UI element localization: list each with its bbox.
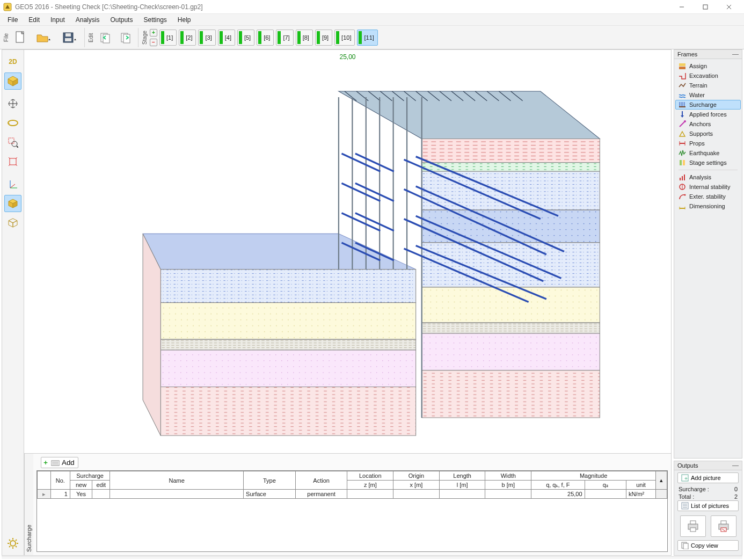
outputs-minimize-icon[interactable]: — <box>732 462 739 469</box>
stage-button-3[interactable]: [3] <box>198 30 215 46</box>
col-no[interactable]: No. <box>50 471 70 490</box>
stage-button-2[interactable]: [2] <box>179 30 196 46</box>
svg-rect-153 <box>721 521 726 524</box>
svg-rect-151 <box>690 528 696 532</box>
list-pictures-button[interactable]: List of pictures <box>677 500 739 511</box>
frame-item-exter-stability[interactable]: Exter. stability <box>675 192 741 201</box>
col-loc2[interactable]: z [m] <box>347 481 393 490</box>
frames-minimize-icon[interactable]: — <box>732 50 739 58</box>
col-length[interactable]: Length <box>439 471 485 481</box>
frame-item-terrain[interactable]: Terrain <box>675 81 741 90</box>
svg-marker-85 <box>161 270 415 303</box>
svg-rect-132 <box>680 160 682 165</box>
frame-item-supports[interactable]: Supports <box>675 129 741 139</box>
col-width[interactable]: Width <box>485 471 531 481</box>
stage-button-9[interactable]: [9] <box>315 30 332 46</box>
add-surcharge-button[interactable]: ＋ Add <box>41 457 78 468</box>
frame-item-dimensioning[interactable]: Dimensioning <box>675 201 741 211</box>
col-magnitude[interactable]: Magnitude <box>531 471 656 481</box>
frame-item-anchors[interactable]: Anchors <box>675 119 741 129</box>
col-unit[interactable]: unit <box>626 481 655 490</box>
col-new[interactable]: new <box>70 481 92 490</box>
col-type[interactable]: Type <box>244 471 296 490</box>
col-location[interactable]: Location <box>347 471 393 481</box>
copy-view-button[interactable]: Copy view <box>677 540 739 551</box>
stage-button-8[interactable]: [8] <box>296 30 313 46</box>
stage-button-5[interactable]: [5] <box>237 30 254 46</box>
anchor-icon <box>679 120 686 128</box>
viewport-3d[interactable]: 25,00 <box>24 50 671 453</box>
view-3d-button[interactable] <box>4 72 21 90</box>
print-color-button[interactable] <box>711 515 736 537</box>
stage-button-6[interactable]: [6] <box>257 30 274 46</box>
bottom-panel-tab[interactable]: Surcharge <box>24 454 33 555</box>
col-name[interactable]: Name <box>110 471 244 490</box>
surcharge-table[interactable]: No. Surcharge Name Type Action Location … <box>37 470 668 552</box>
col-mag2[interactable]: q₂ <box>585 481 626 490</box>
frame-item-analysis[interactable]: Analysis <box>675 172 741 182</box>
menu-file[interactable]: File <box>2 14 23 25</box>
view-2d-button[interactable]: 2D <box>4 53 21 70</box>
stage-button-7[interactable]: [7] <box>276 30 293 46</box>
pan-button[interactable] <box>4 95 21 112</box>
earthquake-icon <box>679 149 686 157</box>
settings-gear-button[interactable] <box>4 535 21 552</box>
col-action[interactable]: Action <box>295 471 347 490</box>
svg-line-38 <box>9 540 10 541</box>
col-len2[interactable]: l [m] <box>439 481 485 490</box>
stage-button-1[interactable]: [1] <box>159 30 177 46</box>
zoom-window-button[interactable] <box>4 134 21 151</box>
menu-input[interactable]: Input <box>45 14 70 25</box>
scroll-up[interactable]: ▴ <box>656 471 667 490</box>
undo-button[interactable] <box>96 28 114 47</box>
wire-view-button[interactable] <box>4 214 21 231</box>
stage-button-10[interactable]: [10] <box>334 30 355 46</box>
svg-rect-2 <box>703 5 707 9</box>
menu-analysis[interactable]: Analysis <box>70 14 105 25</box>
zoom-extents-button[interactable] <box>4 153 21 170</box>
frame-item-internal-stability[interactable]: Internal stability <box>675 182 741 192</box>
frame-item-excavation[interactable]: Excavation <box>675 71 741 81</box>
open-file-button[interactable] <box>32 28 55 47</box>
frame-item-stage-settings[interactable]: Stage settings <box>675 158 741 168</box>
layers-icon <box>679 62 686 70</box>
surcharge-count-value: 0 <box>734 486 738 492</box>
add-stage-button[interactable]: + <box>150 29 157 37</box>
print-button[interactable] <box>680 515 706 537</box>
remove-stage-button[interactable]: − <box>150 39 157 46</box>
stage-button-11[interactable]: [11] <box>357 30 377 46</box>
col-mag1[interactable]: q, q₁, f, F <box>531 481 585 490</box>
redo-button[interactable] <box>116 28 135 47</box>
col-origin[interactable]: Origin <box>393 471 440 481</box>
maximize-button[interactable] <box>694 0 717 14</box>
col-edit[interactable]: edit <box>92 481 110 490</box>
frame-item-props[interactable]: Props <box>675 139 741 148</box>
new-file-button[interactable] <box>11 28 30 47</box>
ext-stab-icon <box>679 193 686 200</box>
svg-rect-20 <box>9 138 14 143</box>
col-wid2[interactable]: b [m] <box>485 481 531 490</box>
minimize-button[interactable] <box>670 0 694 14</box>
menu-help[interactable]: Help <box>172 14 196 25</box>
stage-button-4[interactable]: [4] <box>218 30 235 46</box>
frame-item-water[interactable]: Water <box>675 90 741 100</box>
col-org2[interactable]: x [m] <box>393 481 440 490</box>
table-row[interactable]: ▸1YesSurfacepermanent25,00kN/m² <box>38 490 667 499</box>
menu-edit[interactable]: Edit <box>23 14 45 25</box>
menu-outputs[interactable]: Outputs <box>105 14 138 25</box>
surcharge-count-label: Surcharge : <box>679 486 709 492</box>
solid-view-button[interactable] <box>4 195 21 212</box>
save-file-button[interactable] <box>57 28 81 47</box>
frame-item-earthquake[interactable]: Earthquake <box>675 148 741 158</box>
orbit-button[interactable] <box>4 114 21 132</box>
total-count-value: 2 <box>734 493 738 500</box>
add-picture-button[interactable]: ＋ Add picture <box>677 472 739 483</box>
frame-item-surcharge[interactable]: Surcharge <box>675 100 741 110</box>
frame-item-assign[interactable]: Assign <box>675 61 741 71</box>
menu-settings[interactable]: Settings <box>138 14 172 25</box>
frame-item-applied-forces[interactable]: Applied forces <box>675 110 741 119</box>
svg-marker-32 <box>13 221 17 227</box>
col-surcharge[interactable]: Surcharge <box>70 471 110 481</box>
close-button[interactable] <box>717 0 741 14</box>
axes-button[interactable] <box>4 176 21 193</box>
